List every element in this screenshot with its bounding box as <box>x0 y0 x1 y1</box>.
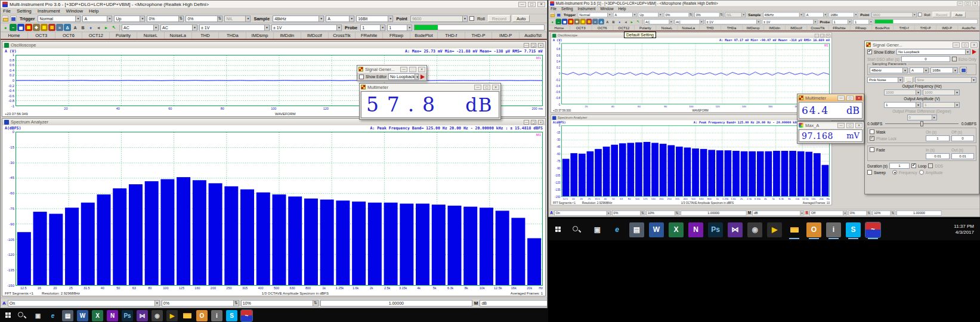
tab-frwhite[interactable]: FRwhite <box>355 32 383 39</box>
close-button[interactable] <box>972 1 978 5</box>
maximize-button[interactable] <box>483 85 490 90</box>
tab-audiotst[interactable]: AudioTst <box>958 26 979 31</box>
amplitude-radio[interactable] <box>919 170 924 175</box>
excel-icon[interactable]: X <box>92 310 103 321</box>
audio-device-icon[interactable]: ◉ <box>747 222 762 237</box>
tab-thda[interactable]: THDa <box>721 26 743 31</box>
channel-b-gain-field[interactable]: 1.00000 <box>896 210 942 216</box>
tab-imd-p[interactable]: IMD-P <box>492 32 520 39</box>
range-a-select[interactable]: ± 1V <box>705 19 760 24</box>
tab-imdsmp[interactable]: IMDsmp <box>246 32 274 39</box>
mask-off-field[interactable]: 0 <box>951 135 974 141</box>
tab-oct6[interactable]: OCT6 <box>592 26 613 31</box>
calibration-icon[interactable]: Δ <box>598 19 604 24</box>
channel-a-scale-stepper[interactable]: 10% <box>647 210 679 216</box>
tab-oct3[interactable]: OCT3 <box>570 26 592 31</box>
tab-bodeplot[interactable]: BodePlot <box>872 26 894 31</box>
multi-instrument-icon[interactable]: ~ <box>241 310 252 321</box>
sample-channel-select[interactable]: A <box>326 16 354 22</box>
marker-label[interactable]: M1 <box>824 44 828 47</box>
tab-frwhite[interactable]: FRwhite <box>828 26 850 31</box>
tab-polarity[interactable]: Polarity <box>635 26 656 31</box>
echo-only-checkbox[interactable] <box>952 57 957 61</box>
marker-label[interactable]: M1 <box>536 56 541 60</box>
generator-channel-select[interactable]: A <box>910 67 929 73</box>
maximize-button[interactable] <box>962 42 969 48</box>
phase-select[interactable]: 0 <box>907 114 937 120</box>
store-icon[interactable]: ▤ <box>62 310 73 321</box>
sample-bits-select[interactable]: 16Bit <box>356 16 393 22</box>
play-icon[interactable]: ► <box>629 19 635 24</box>
probe-a-select[interactable]: 1 <box>360 24 385 31</box>
outlook-icon[interactable]: O <box>806 222 821 237</box>
panel-restore-button[interactable] <box>531 43 536 48</box>
panel-minimize-button[interactable] <box>815 33 819 37</box>
spectrum-analyzer-icon[interactable]: ▅ <box>562 19 567 24</box>
waveform-type-b-select[interactable]: Sine <box>915 77 976 83</box>
trigger-source-select[interactable]: A <box>82 16 112 22</box>
close-button[interactable] <box>418 67 425 72</box>
device-test-plan-icon[interactable]: ≈ <box>56 24 63 31</box>
word-icon[interactable]: W <box>649 222 664 237</box>
save-icon[interactable] <box>10 16 17 21</box>
trigger-level-stepper[interactable]: 0% <box>147 16 184 22</box>
minimize-button[interactable] <box>837 123 845 128</box>
signal-generator-title-bar[interactable]: Signal Gener... <box>865 41 979 48</box>
close-button[interactable] <box>855 123 862 128</box>
tab-polarity[interactable]: Polarity <box>110 32 137 39</box>
fade-checkbox[interactable] <box>870 147 874 152</box>
close-button[interactable] <box>970 42 978 48</box>
multi-instrument-icon[interactable]: ~ <box>865 222 880 237</box>
title-bar[interactable]: Multi-Instrument Pro 3.6 [1] - [+3DP+DLG… <box>549 1 980 6</box>
calibration-icon[interactable]: Δ <box>64 24 71 31</box>
trigger-source-select[interactable]: A <box>613 12 636 17</box>
maximize-button[interactable] <box>528 2 536 7</box>
edge-icon[interactable]: e <box>47 310 58 321</box>
data-logger-icon[interactable]: ▦ <box>41 24 48 31</box>
close-button[interactable] <box>492 85 499 90</box>
minimize-button[interactable] <box>400 67 407 72</box>
panel-minimize-button[interactable] <box>524 43 529 48</box>
menu-window[interactable]: Window <box>600 7 613 11</box>
maximize-button[interactable] <box>846 123 854 128</box>
word-icon[interactable]: W <box>77 310 88 321</box>
tab-oct12[interactable]: OCT12 <box>613 26 635 31</box>
probe-a-select[interactable]: 1 <box>832 19 852 24</box>
mask-checkbox[interactable] <box>870 129 874 134</box>
onenote-icon[interactable]: N <box>107 310 118 321</box>
phase-lock-checkbox[interactable] <box>870 136 874 141</box>
channel-b-scale-stepper[interactable]: 10% <box>873 210 895 216</box>
tab-imd-p[interactable]: IMD-P <box>936 26 958 31</box>
sound-card-icon[interactable]: ♦ <box>87 24 94 31</box>
sample-rate-select[interactable]: 48kHz <box>763 12 803 17</box>
title-bar[interactable]: Multi-Instrument Pro 3.6 - [+3DP+DLG+LCR… <box>1 1 547 8</box>
auto-button[interactable]: Auto <box>512 15 530 22</box>
tab-imddin[interactable]: IMDdin <box>764 26 786 31</box>
marker-label[interactable]: M1 <box>536 133 541 137</box>
points-select[interactable]: 9600 <box>410 16 468 22</box>
trigger-coupling-select[interactable]: NIL <box>725 12 746 17</box>
tab-thd-p[interactable]: THD-P <box>915 26 936 31</box>
photoshop-icon[interactable]: Ps <box>708 222 723 237</box>
probe-b-icon[interactable]: B <box>79 24 86 31</box>
tab-frswp[interactable]: FRswp <box>851 26 872 31</box>
probe-a-icon[interactable]: A <box>72 24 79 31</box>
sample-rate-select[interactable]: 48kHz <box>273 16 324 22</box>
mask-on-field[interactable]: 1 <box>926 135 950 141</box>
minimize-button[interactable] <box>518 2 526 7</box>
tab-audiotst[interactable]: AudioTst <box>520 32 547 39</box>
audio-device-icon[interactable]: ◉ <box>152 310 163 321</box>
waveform-type-select[interactable]: Pink Noise <box>867 77 903 83</box>
frequency-a-select[interactable]: 1000 <box>884 89 921 95</box>
minimize-button[interactable] <box>957 1 963 5</box>
store-icon[interactable]: ▤ <box>629 222 644 237</box>
tab-imddin[interactable]: IMDdin <box>274 32 301 39</box>
close-button[interactable] <box>855 95 862 101</box>
coupling-b-select[interactable]: AC <box>675 19 704 24</box>
signal-generator-icon[interactable]: ▦ <box>586 19 592 24</box>
slider-thumb[interactable] <box>920 121 923 126</box>
trigger-delay-stepper[interactable]: 0% <box>186 16 222 22</box>
loopback-select[interactable]: No Loopback <box>388 73 419 80</box>
coupling-a-select[interactable]: AC <box>644 19 673 24</box>
file-explorer-icon[interactable] <box>787 222 802 237</box>
